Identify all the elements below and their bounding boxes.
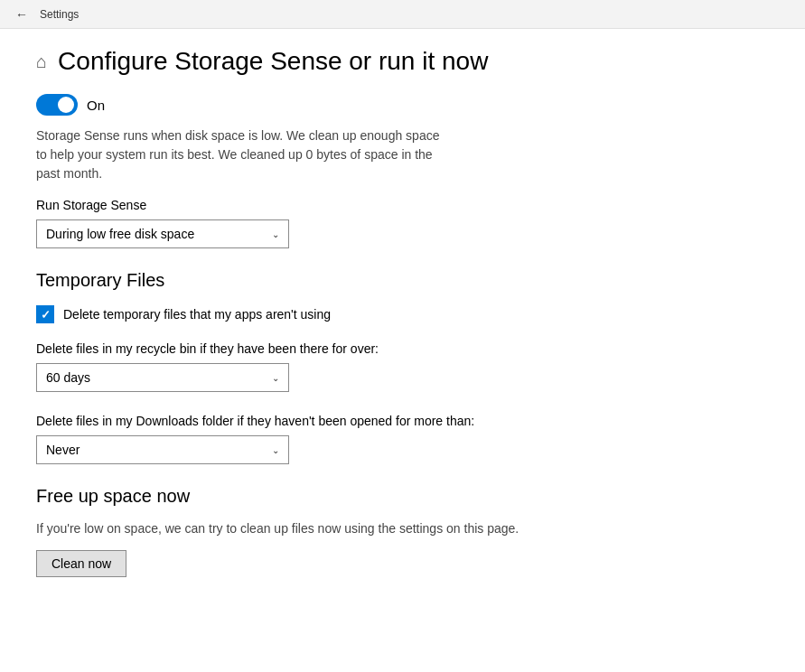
storage-sense-toggle-row: On xyxy=(36,94,769,116)
back-arrow-icon: ← xyxy=(15,7,28,22)
delete-temp-files-row: ✓ Delete temporary files that my apps ar… xyxy=(36,305,769,323)
clean-now-button[interactable]: Clean now xyxy=(36,550,126,577)
temporary-files-section-title: Temporary Files xyxy=(36,270,769,291)
home-icon: ⌂ xyxy=(36,51,47,72)
delete-temp-files-label: Delete temporary files that my apps aren… xyxy=(63,307,331,322)
title-bar: ← Settings xyxy=(0,0,805,29)
toggle-thumb xyxy=(58,97,74,113)
run-storage-sense-arrow-icon: ⌄ xyxy=(272,229,279,239)
recycle-bin-label: Delete files in my recycle bin if they h… xyxy=(36,341,769,356)
app-name: Settings xyxy=(40,8,79,21)
recycle-bin-arrow-icon: ⌄ xyxy=(272,373,279,383)
run-storage-sense-label: Run Storage Sense xyxy=(36,198,769,212)
storage-sense-description: Storage Sense runs when disk space is lo… xyxy=(36,126,452,183)
storage-sense-toggle[interactable] xyxy=(36,94,78,116)
toggle-state-label: On xyxy=(87,98,105,113)
free-up-space-title: Free up space now xyxy=(36,486,769,507)
toggle-track xyxy=(36,94,78,116)
downloads-arrow-icon: ⌄ xyxy=(272,445,279,455)
downloads-dropdown[interactable]: Never ⌄ xyxy=(36,435,289,464)
checkbox-check-icon: ✓ xyxy=(41,308,51,322)
run-storage-sense-value: During low free disk space xyxy=(46,227,194,241)
downloads-value: Never xyxy=(46,443,80,457)
free-up-space-section: Free up space now If you're low on space… xyxy=(36,486,769,577)
back-button[interactable]: ← xyxy=(7,0,36,29)
main-content: ⌂ Configure Storage Sense or run it now … xyxy=(0,29,805,672)
recycle-bin-value: 60 days xyxy=(46,370,90,385)
page-title-row: ⌂ Configure Storage Sense or run it now xyxy=(36,47,769,76)
free-up-space-description: If you're low on space, we can try to cl… xyxy=(36,521,542,536)
recycle-bin-dropdown[interactable]: 60 days ⌄ xyxy=(36,363,289,392)
delete-temp-files-checkbox[interactable]: ✓ xyxy=(36,305,54,323)
page-title: Configure Storage Sense or run it now xyxy=(58,47,488,76)
downloads-label: Delete files in my Downloads folder if t… xyxy=(36,414,769,428)
run-storage-sense-dropdown[interactable]: During low free disk space ⌄ xyxy=(36,219,289,248)
